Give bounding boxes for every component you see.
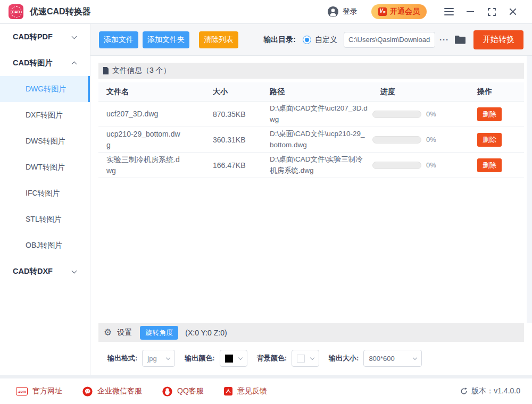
footer-link-label: QQ客服 [177, 386, 204, 396]
toolbar: 添加文件 添加文件夹 清除列表 输出目录: 自定义 ··· 开始转换 [90, 24, 532, 56]
open-vip-button[interactable]: VIP 开通会员 [371, 4, 427, 19]
sidebar-group-cad-to-dxf[interactable]: CAD转DXF [0, 258, 90, 284]
app-logo-text: CAD [11, 6, 22, 18]
feedback-link[interactable]: 意见反馈 [224, 386, 267, 396]
footer-link-label: 官方网址 [32, 386, 62, 396]
folder-icon [454, 35, 466, 45]
path-text: D:\桌面\CAD文件\ucf207_3D.dwg [270, 103, 369, 125]
col-header-path: 路径 [262, 87, 372, 97]
progress-label: 0% [426, 161, 436, 169]
background-color-select[interactable] [292, 350, 319, 367]
settings-bar: ⚙ 设置 旋转角度 (X:0 Y:0 Z:0) [98, 323, 524, 342]
footer-link-label: 企业微信客服 [97, 386, 142, 396]
refresh-icon [460, 388, 468, 395]
output-format-select[interactable]: jpg [142, 350, 175, 367]
col-header-action: 操作 [469, 87, 524, 97]
menu-button[interactable] [438, 4, 460, 20]
settings-title: 设置 [117, 328, 132, 338]
sidebar-item-label: DWS转图片 [26, 137, 65, 146]
browse-more-button[interactable]: ··· [439, 35, 449, 44]
scrollbar-track[interactable] [527, 56, 532, 323]
main-panel: 添加文件 添加文件夹 清除列表 输出目录: 自定义 ··· 开始转换 [90, 24, 532, 375]
output-options-row: 输出格式: jpg 输出颜色: 背景颜色: 输出大小: 800*600 [90, 342, 532, 375]
col-header-progress: 进度 [372, 87, 469, 97]
add-folder-button[interactable]: 添加文件夹 [143, 31, 189, 48]
close-icon [509, 7, 517, 16]
title-bar: CAD 优速CAD转换器 登录 VIP 开通会员 [0, 0, 532, 24]
sidebar-item-dxf-to-image[interactable]: DXF转图片 [0, 102, 90, 128]
progress-bar [372, 136, 421, 144]
sidebar-item-label: OBJ转图片 [26, 241, 62, 250]
vip-label: 开通会员 [390, 7, 420, 16]
progress-bar [372, 162, 421, 169]
output-path-input[interactable] [344, 32, 435, 48]
delete-button[interactable]: 删除 [477, 133, 502, 147]
cell-size: 870.35KB [205, 110, 262, 119]
login-button[interactable]: 登录 [327, 6, 358, 18]
website-com-icon: .com [16, 387, 28, 395]
file-info-bar: 文件信息（3 个） [98, 63, 524, 79]
rotation-value: (X:0 Y:0 Z:0) [185, 329, 227, 337]
cell-action: 删除 [469, 133, 524, 147]
sidebar-item-obj-to-image[interactable]: OBJ转图片 [0, 232, 90, 258]
chevron-up-icon [72, 62, 77, 67]
white-color-swatch [297, 355, 305, 363]
minimize-button[interactable] [460, 4, 481, 20]
maximize-icon [488, 8, 496, 16]
document-icon [103, 67, 109, 74]
sidebar-item-stl-to-image[interactable]: STL转图片 [0, 206, 90, 232]
cell-filename: ucp210-29_bottom.dwg [98, 129, 205, 151]
sidebar-group-cad-to-pdf[interactable]: CAD转PDF [0, 24, 90, 50]
cell-progress: 0% [372, 110, 469, 118]
output-size-select[interactable]: 800*600 [363, 350, 422, 367]
cell-path: D:\桌面\CAD文件\实验三制冷机房系统.dwg [262, 154, 372, 176]
sidebar-item-label: DWG转图片 [26, 85, 66, 94]
footer-link-label: 意见反馈 [237, 386, 267, 396]
login-label: 登录 [343, 7, 358, 16]
delete-button[interactable]: 删除 [477, 107, 502, 121]
output-color-select[interactable] [220, 350, 247, 367]
col-header-filename: 文件名 [98, 87, 205, 97]
qq-support-link[interactable]: QQ客服 [162, 386, 204, 397]
delete-button[interactable]: 删除 [477, 158, 502, 172]
custom-dir-radio[interactable] [303, 36, 311, 44]
add-file-button[interactable]: 添加文件 [99, 31, 138, 48]
filename-text: 实验三制冷机房系统.dwg [106, 154, 182, 176]
clear-list-button[interactable]: 清除列表 [199, 31, 238, 48]
sidebar-group-label: CAD转DXF [13, 266, 53, 276]
cell-filename: 实验三制冷机房系统.dwg [98, 154, 205, 176]
open-folder-button[interactable] [454, 35, 466, 45]
cell-path: D:\桌面\CAD文件\ucf207_3D.dwg [262, 103, 372, 125]
table-row: ucf207_3D.dwg 870.35KB D:\桌面\CAD文件\ucf20… [98, 102, 524, 127]
cell-action: 删除 [469, 107, 524, 121]
feedback-icon [224, 387, 232, 395]
user-avatar-icon [327, 6, 339, 18]
wechat-support-link[interactable]: 企业微信客服 [82, 386, 142, 397]
start-convert-button[interactable]: 开始转换 [473, 30, 523, 49]
path-text: D:\桌面\CAD文件\ucp210-29_bottom.dwg [270, 129, 369, 150]
progress-label: 0% [426, 110, 436, 118]
col-header-size: 大小 [205, 87, 262, 97]
sidebar-item-dwt-to-image[interactable]: DWT转图片 [0, 154, 90, 180]
official-website-link[interactable]: .com 官方网址 [16, 386, 62, 396]
chevron-down-icon [238, 356, 242, 360]
sidebar-item-label: DXF转图片 [26, 111, 63, 120]
progress-label: 0% [426, 136, 436, 144]
chevron-down-icon [413, 356, 417, 360]
app-window: CAD 优速CAD转换器 登录 VIP 开通会员 [0, 0, 532, 404]
sidebar-item-dwg-to-image[interactable]: DWG转图片 [0, 76, 90, 102]
sidebar-group-cad-to-image[interactable]: CAD转图片 [0, 50, 90, 76]
sidebar-item-dws-to-image[interactable]: DWS转图片 [0, 128, 90, 154]
close-button[interactable] [502, 4, 523, 20]
table-row: 实验三制冷机房系统.dwg 166.47KB D:\桌面\CAD文件\实验三制冷… [98, 153, 524, 178]
app-logo-icon: CAD [9, 4, 23, 19]
custom-dir-label: 自定义 [315, 35, 337, 45]
sidebar-item-ifc-to-image[interactable]: IFC转图片 [0, 180, 90, 206]
maximize-button[interactable] [481, 4, 502, 20]
cell-action: 删除 [469, 158, 524, 172]
table-header: 文件名 大小 路径 进度 操作 [98, 82, 524, 102]
rotate-angle-button[interactable]: 旋转角度 [140, 326, 178, 340]
cell-size: 166.47KB [205, 161, 262, 170]
output-format-label: 输出格式: [107, 354, 137, 363]
sidebar-group-label: CAD转图片 [13, 58, 53, 68]
